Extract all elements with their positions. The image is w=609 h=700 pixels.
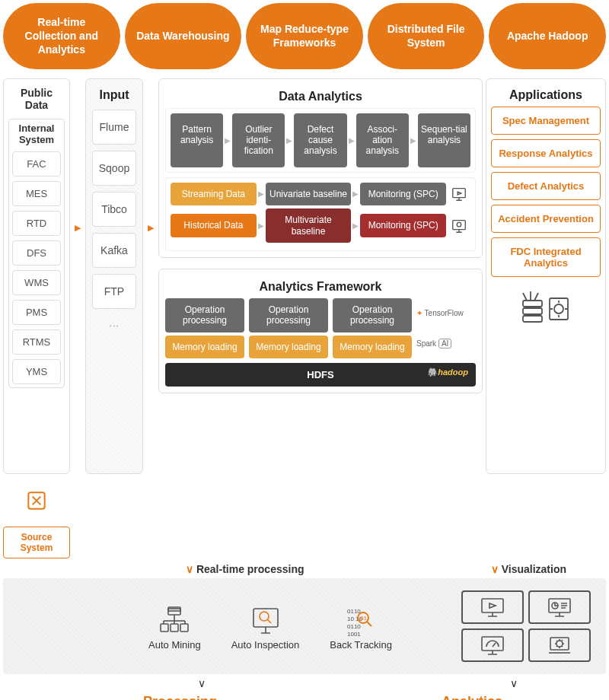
internal-system-title: Internal System [9, 119, 64, 148]
svg-rect-12 [171, 624, 178, 632]
pipe-sequential: Sequen-tial analysis [418, 113, 470, 167]
data-analytics-panel: Data Analytics Pattern analysis ▶ Outlie… [158, 78, 483, 258]
caret-down-icon: ∨ [510, 677, 518, 689]
af-col-1: Operation processing Memory loading [165, 298, 244, 358]
sys-rtd: RTD [12, 211, 61, 236]
svg-rect-6 [523, 316, 542, 322]
pipe-association: Associ-ation analysis [356, 113, 409, 167]
back-tracking: 011010 100110100101 Back Tracking [330, 603, 392, 651]
hdfs-bar: HDFS 🐘hadoop [165, 363, 476, 387]
chevron-right-icon: ▶ [410, 113, 416, 167]
svg-rect-4 [523, 301, 542, 307]
visualization-icons [461, 590, 591, 662]
svg-point-3 [457, 222, 461, 227]
monitoring-spc-2: Monitoring (SPC) [360, 214, 446, 237]
source-system-icon [3, 483, 70, 518]
pipe-outlier: Outlier identi-fication [232, 113, 285, 167]
analytics-framework-panel: Analytics Framework Operation processing… [158, 269, 483, 393]
spark-ai-label: Spark AI [416, 339, 476, 348]
app-response: Response Analytics [491, 139, 601, 167]
sys-wms: WMS [12, 270, 61, 295]
svg-rect-2 [453, 220, 466, 229]
back-tracking-label: Back Tracking [330, 639, 392, 651]
svg-rect-11 [161, 624, 168, 632]
pill-realtime: Real-time Collection and Analytics [3, 3, 120, 69]
af-side-labels: ✦ TensorFlow Spark AI [416, 298, 476, 358]
pill-dfs: Distributed File System [368, 3, 485, 69]
op-proc-1: Operation processing [165, 298, 244, 332]
flow-arrow-icon: ▶ [146, 223, 155, 233]
visualization-label: ∨ Visualization [491, 563, 566, 575]
svg-text:1001: 1001 [347, 631, 361, 638]
system-list: FAC MES RTD DFS WMS PMS RTMS YMS [9, 148, 64, 387]
presenter-chart-icon [400, 694, 434, 700]
results-row: Processing Auto processing Using Big dat… [0, 689, 609, 700]
processing-title: Processing [143, 694, 330, 700]
input-ftp: FTP [92, 274, 136, 309]
tensorflow-label: ✦ TensorFlow [416, 309, 476, 317]
gauge-monitor-icon [461, 628, 524, 662]
chevron-right-icon: ▶ [352, 221, 359, 230]
sys-pms: PMS [12, 300, 61, 325]
sys-rtms: RTMS [12, 329, 61, 355]
main-diagram: Public Data Internal System FAC MES RTD … [0, 78, 609, 559]
input-title: Input [91, 84, 138, 107]
input-list: Flume Sqoop Tibco Kafka FTP ⋮ [91, 107, 138, 342]
col-input: Input Flume Sqoop Tibco Kafka FTP ⋮ [85, 78, 143, 559]
processing-result: Processing Auto processing Using Big dat… [102, 694, 330, 700]
auto-mining-label: Auto Mining [148, 639, 201, 651]
app-fdc: FDC Integrated Analytics [491, 237, 601, 277]
band-left-items: Auto Mining Auto Inspection 011010 10011… [18, 603, 461, 651]
chevron-right-icon: ▶ [258, 189, 264, 198]
af-col-3: Operation processing Memory loading [333, 298, 412, 358]
mem-load-3: Memory loading [333, 336, 412, 358]
processing-band: Auto Mining Auto Inspection 011010 10011… [3, 578, 606, 674]
app-spec: Spec Management [491, 107, 601, 135]
input-panel: Input Flume Sqoop Tibco Kafka FTP ⋮ [85, 78, 143, 474]
monitor-search-icon [231, 603, 300, 639]
op-proc-3: Operation processing [333, 298, 412, 332]
multivariate-baseline: Multivariate baseline [266, 208, 352, 243]
caret-down-icon: ∨ [491, 563, 499, 575]
analytics-title: Analytics [442, 694, 598, 700]
ellipsis-icon: ⋮ [109, 315, 120, 339]
source-system-box: Source System [3, 527, 70, 558]
internal-system-box: Internal System FAC MES RTD DFS WMS PMS … [8, 119, 65, 388]
svg-rect-25 [482, 637, 503, 651]
col-public-data: Public Data Internal System FAC MES RTD … [3, 78, 70, 559]
chevron-right-icon: ▶ [352, 189, 359, 198]
af-grid: Operation processing Memory loading Oper… [165, 298, 476, 358]
svg-point-27 [556, 641, 563, 647]
pipe-pattern: Pattern analysis [171, 113, 223, 167]
app-defect: Defect Analytics [491, 172, 601, 200]
mem-load-2: Memory loading [249, 336, 328, 358]
input-tibco: Tibco [92, 192, 136, 227]
col-applications: Applications Spec Management Response An… [486, 78, 606, 559]
gear-laptop-icon [528, 628, 591, 662]
svg-rect-22 [482, 599, 503, 612]
pipe-defect: Defect cause analysis [294, 113, 346, 167]
caret-down-icon: ∨ [198, 677, 206, 689]
data-analytics-title: Data Analytics [165, 85, 476, 108]
chart-monitor-icon [528, 590, 591, 624]
binary-search-icon: 011010 100110100101 [330, 603, 392, 639]
analytics-framework-title: Analytics Framework [165, 275, 476, 298]
app-accident: Accident Prevention [491, 205, 601, 233]
svg-rect-5 [523, 308, 542, 314]
auto-mining: Auto Mining [148, 603, 201, 651]
realtime-processing-label: ∨ Real-time processing [186, 563, 304, 575]
hdfs-label: HDFS [307, 369, 333, 380]
sys-yms: YMS [12, 359, 61, 384]
pill-hadoop: Apache Hadoop [489, 3, 606, 69]
monitor-gear-icon [448, 218, 470, 234]
applications-panel: Applications Spec Management Response An… [486, 78, 606, 474]
svg-point-8 [554, 304, 563, 313]
streaming-block: Streaming Data ▶ Univariate baseline ▶ M… [165, 177, 476, 251]
hadoop-logo: 🐘hadoop [427, 368, 468, 377]
worker-gear-icon [102, 694, 136, 700]
svg-text:0110: 0110 [347, 623, 361, 630]
analytics-result: Analytics Big data Analytics Using Big d… [400, 694, 598, 700]
historical-data: Historical Data [171, 214, 257, 237]
down-carets: ∨ ∨ [0, 677, 609, 689]
streaming-data: Streaming Data [171, 183, 257, 205]
